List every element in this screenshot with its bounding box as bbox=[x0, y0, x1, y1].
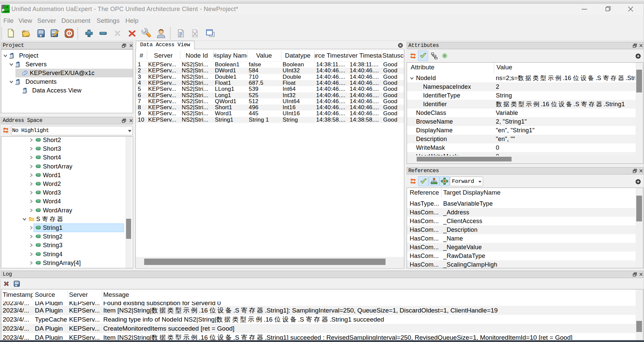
svg-text:UA: UA bbox=[4, 5, 8, 9]
svg-text:expert: expert bbox=[3, 10, 10, 13]
